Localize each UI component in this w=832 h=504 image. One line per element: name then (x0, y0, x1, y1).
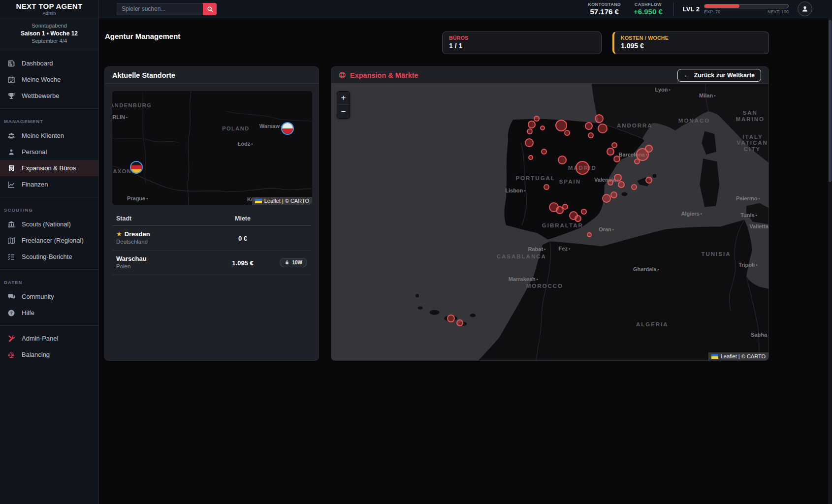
lock-badge: 10W (280, 258, 307, 267)
map-attribution[interactable]: Leaflet | © CARTO (708, 352, 768, 360)
users-icon (7, 131, 15, 140)
sidebar-item-label: Admin-Panel (22, 335, 58, 342)
map-marker[interactable] (562, 204, 568, 210)
game-date: Sonntagabend Saison 1 • Woche 12 Septemb… (0, 18, 98, 50)
map-marker[interactable] (534, 116, 540, 122)
page-title: Agentur Management (105, 32, 180, 40)
topbar: KONTOSTAND 57.176 € CASHFLOW +6.950 € LV… (99, 0, 832, 18)
lock-badge-label: 10W (292, 260, 302, 265)
standorte-title: Aktuelle Standorte (112, 71, 175, 79)
map-marker[interactable] (576, 161, 589, 175)
sidebar-item-community[interactable]: Community (0, 288, 98, 305)
sidebar-item-meine-klienten[interactable]: Meine Klienten (0, 127, 98, 144)
map-marker[interactable] (525, 138, 534, 147)
sidebar-item-expansion-b-ros[interactable]: Expansion & Büros (0, 160, 98, 176)
building-icon (7, 164, 15, 172)
sidebar-divider (0, 197, 98, 197)
scales-icon (7, 350, 15, 359)
map-marker[interactable] (528, 121, 536, 128)
calendar-icon (7, 75, 15, 84)
map-marker[interactable] (447, 315, 455, 322)
sidebar-item-personal[interactable]: Personal (0, 144, 98, 160)
sidebar-item-label: Balancing (22, 351, 50, 358)
map-marker[interactable] (607, 148, 614, 156)
map-marker[interactable] (541, 149, 547, 155)
sidebar-item-label: Expansion & Büros (22, 164, 76, 172)
map-marker[interactable] (544, 184, 549, 190)
map-marker[interactable] (456, 319, 463, 326)
map-marker[interactable] (614, 174, 622, 182)
sidebar-item-scouts-national[interactable]: Scouts (National) (0, 216, 98, 232)
scrollbar-thumb[interactable] (829, 20, 832, 182)
sidebar-item-scouting-berichte[interactable]: Scouting-Berichte (0, 249, 98, 265)
germany-flag (131, 162, 142, 173)
rent-cell: 0 € (216, 234, 270, 243)
map-marker[interactable] (587, 232, 592, 237)
sidebar-section-heading: SCOUTING (0, 202, 98, 216)
bank-icon (7, 220, 15, 228)
map-marker[interactable] (527, 128, 533, 134)
app-logo[interactable]: NEXT TOP AGENT Admin (0, 0, 98, 18)
map-marker[interactable] (608, 180, 613, 186)
germany-flag-marker[interactable] (130, 161, 143, 174)
map-marker[interactable] (598, 124, 608, 133)
sidebar-item-label: Wettbewerbe (22, 92, 59, 99)
sidebar-item-hilfe[interactable]: ?Hilfe (0, 305, 98, 321)
search-icon (207, 6, 213, 12)
map-marker[interactable] (610, 191, 617, 198)
map-marker[interactable] (528, 155, 533, 160)
map-marker[interactable] (540, 126, 545, 130)
sidebar-item-label: Meine Klienten (22, 132, 64, 139)
sidebar-item-label: Scouting-Berichte (22, 253, 72, 260)
map-attribution[interactable]: Leaflet | © CARTO (252, 197, 312, 205)
cashflow: CASHFLOW +6.950 € (634, 2, 663, 16)
map-marker[interactable] (634, 158, 640, 164)
map-zoom-control: + − (337, 91, 350, 119)
map-marker[interactable] (631, 184, 637, 190)
map-marker[interactable] (645, 177, 652, 184)
expansion-map[interactable]: + − LyonMilanMONACOSAN MARINOITALYVATICA… (331, 84, 768, 360)
attribution-text: Leaflet | © CARTO (721, 353, 766, 359)
zoom-in-button[interactable]: + (337, 92, 350, 105)
sidebar-item-dashboard[interactable]: Dashboard (0, 55, 98, 71)
search-button[interactable] (203, 3, 217, 15)
sidebar-item-finanzen[interactable]: Finanzen (0, 176, 98, 192)
exp-progressbar (704, 4, 789, 8)
sidebar-item-admin-panel[interactable]: Admin-Panel (0, 330, 98, 346)
sidebar-item-balancing[interactable]: Balancing (0, 346, 98, 363)
map-marker[interactable] (595, 114, 604, 123)
game-date-daytime: Sonntagabend (2, 23, 96, 29)
exp-current: EXP: 70 (704, 9, 720, 14)
sidebar-item-wettbewerbe[interactable]: Wettbewerbe (0, 88, 98, 104)
sidebar-item-freelancer-regional[interactable]: Freelancer (Regional) (0, 232, 98, 249)
rent-cell: 1.095 € (216, 258, 270, 267)
map-marker[interactable] (585, 122, 593, 130)
back-to-worldmap-button[interactable]: ← Zurück zur Weltkarte (677, 69, 761, 82)
standorte-minimap[interactable]: BRANDENBURGBERLINPOLANDWarsawŁódźSAXONYP… (112, 91, 312, 205)
zoom-out-button[interactable]: − (337, 105, 350, 118)
sidebar-item-label: Meine Woche (22, 76, 61, 83)
map-marker[interactable] (645, 145, 653, 153)
lock-icon (285, 260, 289, 265)
profile-avatar[interactable] (798, 1, 812, 16)
kosten-value: 1.095 € (621, 41, 762, 50)
search-input[interactable] (117, 3, 203, 15)
app-title: NEXT TOP AGENT (16, 2, 83, 10)
kontostand-value: 57.176 € (588, 7, 621, 16)
poland-flag-marker[interactable] (281, 122, 294, 135)
page-scrollbar[interactable] (828, 18, 832, 504)
sidebar-item-meine-woche[interactable]: Meine Woche (0, 71, 98, 88)
map-marker[interactable] (564, 130, 570, 136)
map-marker[interactable] (581, 209, 587, 215)
standorte-panel: Aktuelle Standorte BRANDENBURGBERLINPOLA… (104, 66, 319, 361)
topbar-divider (673, 2, 674, 16)
map-marker[interactable] (613, 156, 620, 162)
chart-icon (7, 180, 15, 189)
map-marker[interactable] (558, 156, 567, 164)
map-marker[interactable] (611, 142, 617, 148)
map-marker[interactable] (575, 215, 581, 222)
map-marker[interactable] (588, 132, 594, 138)
map-marker[interactable] (618, 181, 625, 188)
kontostand: KONTOSTAND 57.176 € (588, 2, 621, 16)
rent-value: 1.095 € (232, 259, 253, 267)
